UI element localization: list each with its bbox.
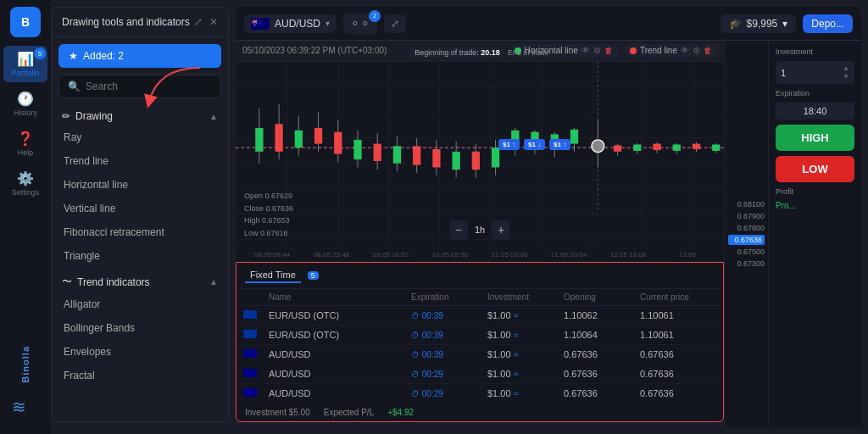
row-expiry: ⏱ 00:39	[411, 311, 487, 320]
row-opening: 1.10062	[564, 310, 640, 320]
portfolio-icon: 📊	[17, 51, 34, 67]
resize-icon[interactable]: ⤢	[194, 16, 203, 28]
eye-icon[interactable]: 👁	[681, 46, 689, 55]
sidebar-item-history[interactable]: 🕐 History	[3, 86, 47, 122]
expand-button[interactable]: ⤢	[384, 14, 406, 33]
chevron-up-icon: ▲	[209, 277, 218, 287]
svg-point-38	[592, 140, 604, 153]
high-button[interactable]: HIGH	[776, 125, 854, 151]
svg-rect-29	[492, 147, 499, 167]
row-expiry: ⏱ 00:29	[411, 370, 487, 379]
row-investment: $1.00 ≈	[487, 330, 564, 340]
expiry-input[interactable]: 18:40	[776, 103, 854, 120]
svg-rect-42	[614, 145, 621, 151]
close-icon[interactable]: ✕	[209, 16, 218, 28]
svg-rect-5	[255, 128, 263, 152]
trend-section-header[interactable]: 〜 Trend indicators ▲	[52, 268, 228, 292]
trend-line-indicator: Trend line 👁 ⚙ 🗑	[625, 44, 717, 57]
arrow-down-icon[interactable]: ▼	[843, 73, 849, 81]
logo: B	[10, 7, 41, 37]
profit-value: Pro...	[776, 201, 854, 210]
row-investment: $1.00 ≈	[487, 349, 564, 359]
row-opening: 0.67636	[564, 349, 640, 359]
tool-fibonacci[interactable]: Fibonacci retracement	[52, 220, 228, 244]
sidebar-item-portfolio[interactable]: 📊 Portfolio 5	[3, 46, 47, 82]
brand-label: Binolla	[0, 346, 51, 383]
sidebar-navigation: 📊 Portfolio 5 🕐 History ❓ Help ⚙️ Settin…	[0, 46, 51, 202]
search-input[interactable]	[86, 81, 212, 92]
added-indicators-bar[interactable]: ★ Added: 2	[58, 44, 221, 68]
indicators-button[interactable]: ⚬⚬ 2	[343, 14, 377, 34]
tool-ray[interactable]: Ray	[52, 125, 228, 149]
arrow-up-icon[interactable]: ▲	[843, 64, 849, 72]
sidebar-item-label: Settings	[12, 188, 40, 197]
help-icon: ❓	[17, 131, 34, 147]
added-label: Added: 2	[83, 50, 124, 62]
trend-section-title: 〜 Trend indicators	[62, 275, 150, 289]
svg-rect-44	[633, 144, 641, 150]
delete-icon[interactable]: 🗑	[604, 46, 613, 55]
tab-fixed-time[interactable]: Fixed Time	[245, 268, 301, 283]
trend-icon: 〜	[62, 275, 72, 289]
chart-controls: − 1h +	[449, 220, 510, 239]
time-tick-4: 11.05 03:00	[480, 251, 539, 259]
table-row: AUD/USD ⏱ 00:29 $1.00 ≈ 0.67636 0.67636	[236, 384, 723, 403]
tool-alligator[interactable]: Alligator	[52, 292, 228, 316]
tool-vertical-line[interactable]: Vertical line	[52, 197, 228, 220]
pencil-icon: ✏	[62, 110, 70, 122]
col-expiry: Expiration	[411, 292, 487, 302]
chart-main: 05/10/2023 06:39:22 PM (UTC+03:00) Horiz…	[236, 41, 724, 427]
chart-canvas[interactable]: $1 ↑ $1 ↓ $1 ↑ Open 0.67629 Close 0.6763…	[236, 61, 724, 248]
trade-marker-3[interactable]: $1 ↑	[549, 139, 570, 150]
footer-pnl-label: Expected P/L	[324, 408, 374, 417]
drawing-section-header[interactable]: ✏ Drawing ▲	[52, 103, 228, 125]
zoom-in-button[interactable]: +	[492, 220, 510, 239]
settings-icon[interactable]: ⚙	[593, 46, 601, 55]
row-flag	[243, 310, 269, 320]
trade-marker-2[interactable]: $1 ↓	[524, 139, 545, 150]
drawing-tools-panel: Drawing tools and indicators ⤢ ✕ ★ Added…	[51, 7, 229, 422]
zoom-out-button[interactable]: −	[449, 220, 468, 239]
indicators-icon: ⚬⚬	[350, 17, 370, 31]
trade-marker-1[interactable]: $1 ↑	[498, 139, 520, 150]
tool-fractal[interactable]: Fractal	[52, 364, 228, 387]
tool-envelopes[interactable]: Envelopes	[52, 340, 228, 364]
search-bar[interactable]: 🔍	[58, 75, 221, 98]
row-expiry: ⏱ 00:39	[411, 350, 487, 359]
balance-button[interactable]: 🎓 $9,995 ▾	[721, 14, 797, 33]
row-expiry: ⏱ 00:39	[411, 331, 487, 340]
row-name: EUR/USD (OTC)	[269, 330, 411, 340]
investment-input[interactable]: 1 ▲ ▼	[776, 61, 854, 84]
table-row: AUD/USD ⏱ 00:29 $1.00 ≈ 0.67636 0.67636	[236, 364, 723, 384]
time-tick-7: 13.05	[658, 251, 717, 259]
price-level-2: 0.67800	[728, 223, 765, 233]
row-current: 0.67636	[640, 369, 716, 379]
svg-rect-11	[314, 128, 322, 144]
chart-area: 05/10/2023 06:39:22 PM (UTC+03:00) Horiz…	[236, 41, 861, 427]
currency-selector[interactable]: 🇦🇺 AUD/USD ▾	[244, 14, 337, 33]
brand-icon: ≋	[12, 397, 26, 417]
svg-rect-7	[275, 124, 282, 152]
price-sidebar: 0.68100 0.67900 0.67800 0.67636 0.67500 …	[724, 41, 768, 427]
svg-rect-52	[712, 144, 720, 150]
chevron-down-icon: ▾	[326, 19, 330, 28]
svg-rect-19	[393, 146, 401, 163]
beginning-of-trade: Beginning of trade: 20.18	[410, 47, 504, 58]
tool-triangle[interactable]: Triangle	[52, 244, 228, 268]
history-icon: 🕐	[17, 91, 34, 107]
row-flag	[243, 330, 269, 340]
deposit-button[interactable]: Depo...	[803, 14, 853, 33]
tool-trend-line[interactable]: Trend line	[52, 149, 228, 173]
tool-horizontal-line[interactable]: Horizontal line	[52, 173, 228, 197]
settings-icon[interactable]: ⚙	[693, 46, 700, 55]
portfolio-badge: 5	[34, 47, 46, 59]
indicators-badge: 2	[369, 10, 381, 22]
eye-icon[interactable]: 👁	[581, 46, 590, 55]
low-button[interactable]: LOW	[776, 156, 854, 182]
delete-icon[interactable]: 🗑	[704, 46, 712, 55]
sidebar-item-label: Help	[18, 148, 34, 157]
sidebar-item-help[interactable]: ❓ Help	[3, 125, 47, 162]
tool-bollinger[interactable]: Bollinger Bands	[52, 316, 228, 340]
expand-icon: ⤢	[391, 18, 399, 30]
sidebar-item-settings[interactable]: ⚙️ Settings	[3, 165, 47, 202]
